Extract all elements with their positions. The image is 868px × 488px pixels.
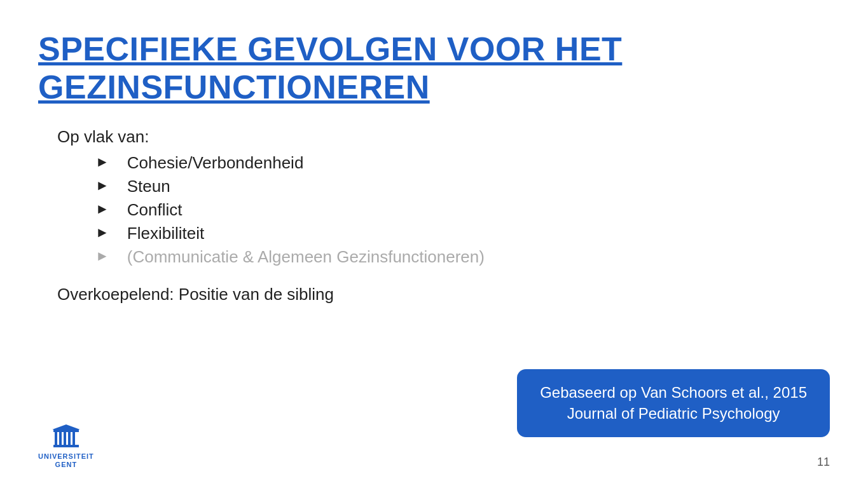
arrow-icon-2: ►	[95, 177, 109, 194]
bullet-text-2: Steun	[127, 177, 170, 196]
bullet-text-1: Cohesie/Verbondenheid	[127, 153, 304, 173]
bullet-item-cohesie: ► Cohesie/Verbondenheid	[95, 153, 830, 173]
svg-rect-5	[72, 432, 75, 445]
bullet-item-conflict: ► Conflict	[95, 200, 830, 220]
svg-rect-0	[53, 430, 79, 432]
bullet-text-4: Flexibiliteit	[127, 224, 204, 243]
arrow-icon-1: ►	[95, 154, 109, 170]
page-number: 11	[817, 456, 830, 469]
arrow-icon-4: ►	[95, 224, 109, 241]
arrow-icon-5: ►	[95, 248, 109, 264]
bullet-item-flexibiliteit: ► Flexibiliteit	[95, 224, 830, 243]
citation-box: Gebaseerd op Van Schoors et al., 2015 Jo…	[517, 369, 830, 437]
citation-line2: Journal of Pediatric Psychology	[540, 403, 807, 424]
slide-title: SPECIFIEKE GEVOLGEN VOOR HET GEZINSFUNCT…	[38, 30, 830, 107]
content-section: Op vlak van: ► Cohesie/Verbondenheid ► S…	[57, 127, 830, 304]
bullet-item-communicatie: ► (Communicatie & Algemeen Gezinsfunctio…	[95, 247, 830, 267]
overkoepelend-label: Overkoepelend: Positie van de sibling	[57, 285, 830, 304]
citation-line1: Gebaseerd op Van Schoors et al., 2015	[540, 382, 807, 403]
logo-text: UNIVERSITEITGENT	[38, 452, 94, 469]
svg-rect-3	[64, 432, 66, 445]
bullet-item-steun: ► Steun	[95, 177, 830, 196]
svg-rect-4	[68, 432, 71, 445]
university-logo: UNIVERSITEITGENT	[38, 424, 94, 469]
svg-marker-7	[52, 424, 80, 430]
bullet-text-5: (Communicatie & Algemeen Gezinsfunctione…	[127, 247, 485, 267]
svg-rect-6	[53, 445, 79, 447]
bullet-text-3: Conflict	[127, 200, 183, 220]
arrow-icon-3: ►	[95, 201, 109, 217]
university-building-icon	[51, 424, 81, 450]
slide: SPECIFIEKE GEVOLGEN VOOR HET GEZINSFUNCT…	[0, 0, 868, 488]
bullet-list: ► Cohesie/Verbondenheid ► Steun ► Confli…	[95, 153, 830, 267]
svg-rect-2	[59, 432, 62, 445]
intro-label: Op vlak van:	[57, 127, 830, 147]
svg-rect-1	[55, 432, 57, 445]
